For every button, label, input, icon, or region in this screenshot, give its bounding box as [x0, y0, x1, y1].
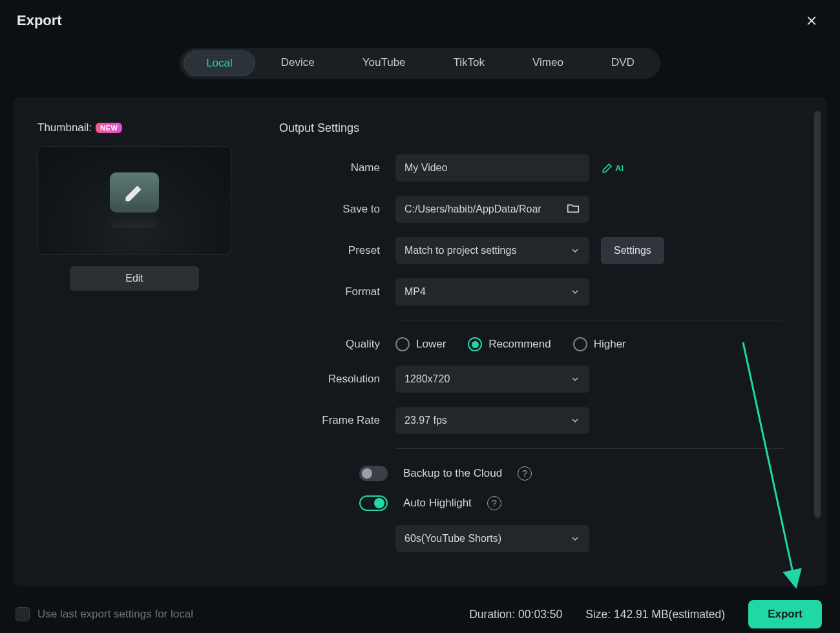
scrollbar[interactable] — [814, 111, 821, 602]
thumbnail-preview[interactable] — [37, 146, 231, 254]
size-info: Size: 142.91 MB(estimated) — [585, 608, 725, 621]
tab-dvd[interactable]: DVD — [589, 50, 656, 76]
pencil-icon — [601, 161, 614, 174]
saveto-field[interactable]: C:/Users/habib/AppData/Roar — [395, 196, 589, 223]
quality-higher-radio[interactable]: Higher — [573, 337, 626, 351]
preset-settings-button[interactable]: Settings — [601, 237, 664, 264]
thumbnail-label-text: Thumbnail: — [37, 121, 92, 134]
format-value: MP4 — [404, 286, 426, 298]
backup-help-icon[interactable]: ? — [518, 466, 532, 481]
chevron-down-icon — [570, 287, 580, 297]
preset-value: Match to project settings — [404, 245, 516, 256]
thumbnail-label: Thumbnail: NEW — [37, 121, 251, 134]
backup-cloud-toggle[interactable] — [359, 466, 388, 481]
tab-tiktok[interactable]: TikTok — [432, 50, 507, 76]
ai-rename-button[interactable]: AI — [601, 161, 624, 174]
auto-highlight-toggle[interactable] — [359, 495, 388, 511]
new-badge: NEW — [96, 123, 122, 133]
output-settings-title: Output Settings — [279, 121, 805, 135]
tab-local[interactable]: Local — [184, 50, 255, 76]
auto-highlight-label: Auto Highlight — [403, 497, 472, 510]
framerate-label: Frame Rate — [279, 414, 380, 427]
resolution-label: Resolution — [279, 373, 380, 386]
resolution-value: 1280x720 — [404, 373, 450, 385]
saveto-label: Save to — [279, 203, 380, 216]
chevron-down-icon — [570, 374, 580, 384]
quality-higher-text: Higher — [594, 338, 626, 351]
close-button[interactable] — [803, 12, 821, 30]
highlight-preset-value: 60s(YouTube Shorts) — [404, 533, 501, 545]
tab-vimeo[interactable]: Vimeo — [510, 50, 585, 76]
name-input[interactable] — [395, 154, 589, 182]
backup-cloud-label: Backup to the Cloud — [403, 467, 502, 480]
edit-thumbnail-button[interactable]: Edit — [70, 266, 199, 291]
saveto-value: C:/Users/habib/AppData/Roar — [404, 203, 541, 215]
divider — [395, 320, 783, 320]
edit-icon — [110, 172, 159, 213]
export-button[interactable]: Export — [748, 600, 822, 628]
folder-icon — [566, 201, 580, 218]
tab-youtube[interactable]: YouTube — [341, 50, 428, 76]
chevron-down-icon — [570, 415, 580, 426]
chevron-down-icon — [570, 245, 580, 256]
format-select[interactable]: MP4 — [395, 278, 589, 306]
duration-info: Duration: 00:03:50 — [469, 608, 562, 621]
use-last-settings-label: Use last export settings for local — [37, 608, 193, 621]
quality-recommend-radio[interactable]: Recommend — [468, 337, 551, 351]
quality-label: Quality — [279, 338, 380, 351]
close-icon — [805, 14, 818, 27]
ai-badge-text: AI — [615, 163, 624, 173]
resolution-select[interactable]: 1280x720 — [395, 366, 589, 393]
quality-lower-radio[interactable]: Lower — [395, 337, 446, 351]
export-tabs: Local Device YouTube TikTok Vimeo DVD — [180, 48, 660, 79]
chevron-down-icon — [570, 534, 580, 544]
highlight-preset-select[interactable]: 60s(YouTube Shorts) — [395, 525, 589, 552]
dialog-title: Export — [17, 12, 62, 29]
divider — [395, 448, 783, 449]
name-label: Name — [279, 161, 380, 174]
quality-lower-text: Lower — [416, 338, 446, 351]
format-label: Format — [279, 285, 380, 298]
quality-recommend-text: Recommend — [488, 338, 551, 351]
framerate-value: 23.97 fps — [404, 415, 447, 426]
tab-device[interactable]: Device — [259, 50, 337, 76]
framerate-select[interactable]: 23.97 fps — [395, 407, 589, 434]
auto-highlight-help-icon[interactable]: ? — [487, 496, 501, 510]
preset-select[interactable]: Match to project settings — [395, 237, 589, 264]
scrollbar-thumb[interactable] — [814, 111, 821, 518]
preset-label: Preset — [279, 244, 380, 257]
use-last-settings-checkbox[interactable] — [16, 607, 30, 621]
